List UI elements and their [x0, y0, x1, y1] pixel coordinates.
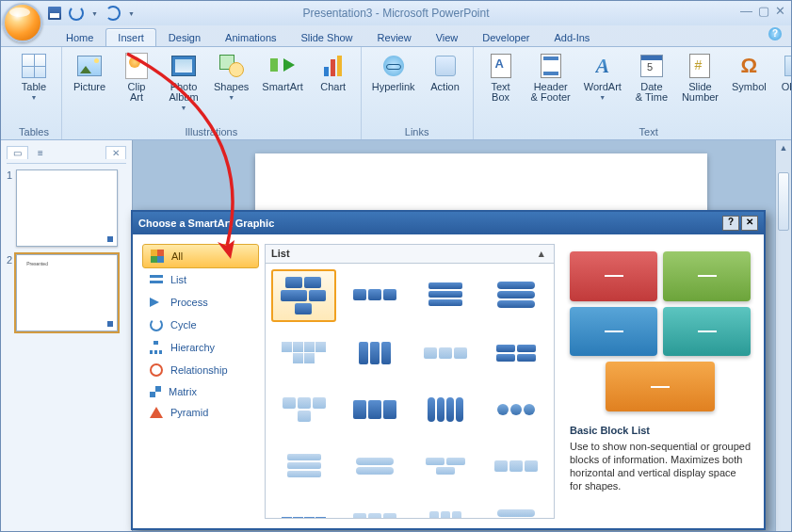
datetime-button[interactable]: Date & Time: [630, 49, 673, 105]
tab-slideshow[interactable]: Slide Show: [289, 28, 365, 46]
slide-number-button[interactable]: Slide Number: [677, 49, 723, 105]
group-tables: Table▼ Tables: [7, 47, 62, 139]
datetime-icon: [640, 55, 663, 77]
hyperlink-button[interactable]: Hyperlink: [367, 49, 420, 95]
photo-album-button[interactable]: Photo Album▼: [162, 49, 205, 114]
minimize-button[interactable]: —: [740, 4, 752, 18]
preview-title: Basic Block List: [570, 425, 751, 436]
layout-gallery: List▴: [265, 244, 555, 519]
restore-button[interactable]: ▢: [758, 4, 769, 18]
layout-item[interactable]: [271, 441, 336, 492]
dialog-titlebar[interactable]: Choose a SmartArt Graphic ? ✕: [133, 212, 764, 234]
category-relationship[interactable]: Relationship: [142, 359, 259, 381]
layout-item[interactable]: [271, 328, 336, 379]
category-process[interactable]: Process: [142, 291, 259, 314]
tab-insert[interactable]: Insert: [105, 28, 156, 46]
layout-basic-block-list[interactable]: [271, 269, 336, 322]
tab-home[interactable]: Home: [54, 28, 105, 46]
action-button[interactable]: Action: [424, 49, 467, 95]
layout-item[interactable]: [412, 441, 477, 492]
shapes-icon: [219, 55, 244, 77]
layout-item[interactable]: [342, 441, 407, 492]
picture-button[interactable]: Picture: [68, 49, 111, 95]
header-footer-icon: [541, 54, 561, 78]
photo-album-icon: [171, 56, 196, 76]
layout-item[interactable]: [483, 441, 548, 492]
smartart-button[interactable]: SmartArt: [257, 49, 307, 95]
layout-item[interactable]: [342, 497, 407, 518]
slide-number-icon: [689, 54, 710, 78]
layout-item[interactable]: [412, 384, 477, 435]
tab-view[interactable]: View: [424, 28, 471, 46]
tab-design[interactable]: Design: [156, 28, 213, 46]
dialog-close-button[interactable]: ✕: [741, 216, 758, 231]
action-icon: [435, 56, 456, 76]
symbol-button[interactable]: ΩSymbol: [727, 49, 771, 95]
category-hierarchy[interactable]: Hierarchy: [142, 336, 259, 359]
layout-item[interactable]: [483, 497, 548, 518]
relationship-icon: [150, 363, 163, 377]
tab-animations[interactable]: Animations: [213, 28, 288, 46]
symbol-icon: Ω: [741, 54, 758, 78]
outline-tab[interactable]: ≡: [31, 146, 50, 159]
layout-item[interactable]: [483, 269, 548, 320]
dialog-help-button[interactable]: ?: [722, 216, 739, 231]
window-title: Presentation3 - Microsoft PowerPoint: [1, 7, 791, 20]
hyperlink-icon: [383, 56, 404, 76]
category-all[interactable]: All: [142, 244, 259, 268]
header-footer-button[interactable]: Header & Footer: [526, 49, 575, 105]
tab-review[interactable]: Review: [365, 28, 424, 46]
pyramid-icon: [150, 407, 163, 418]
tab-addins[interactable]: Add-Ins: [541, 28, 602, 46]
smartart-icon: [270, 56, 295, 76]
office-button[interactable]: [3, 3, 42, 42]
preview-description: Use to show non-sequential or grouped bl…: [566, 440, 754, 492]
textbox-button[interactable]: Text Box: [479, 49, 523, 105]
layout-preview: Basic Block List Use to show non-sequent…: [560, 244, 754, 519]
list-icon: [150, 273, 163, 286]
layout-item[interactable]: [412, 269, 477, 320]
layout-item[interactable]: [271, 497, 336, 518]
slides-panel: ▭ ≡ ✕ 1 2 Presented: [1, 140, 133, 531]
wordart-icon: A: [595, 54, 609, 78]
category-pyramid[interactable]: Pyramid: [142, 402, 259, 423]
group-illustrations: Picture Clip Art Photo Album▼ Shapes▼ Sm…: [62, 47, 362, 139]
category-matrix[interactable]: Matrix: [142, 381, 259, 402]
category-list: All List Process Cycle Hierarchy Relatio…: [142, 244, 259, 519]
group-links: Hyperlink Action Links: [362, 47, 474, 139]
tab-developer[interactable]: Developer: [470, 28, 541, 46]
gallery-scroll-up[interactable]: ▴: [535, 248, 548, 260]
category-cycle[interactable]: Cycle: [142, 314, 259, 336]
layout-item[interactable]: [342, 384, 407, 435]
vertical-scrollbar[interactable]: ▲: [775, 140, 791, 531]
ribbon: Table▼ Tables Picture Clip Art Photo Alb…: [1, 46, 791, 140]
layout-item[interactable]: [412, 497, 477, 518]
layout-item[interactable]: [342, 269, 407, 320]
close-button[interactable]: ✕: [775, 4, 785, 18]
panel-close[interactable]: ✕: [105, 146, 126, 159]
hierarchy-icon: [150, 341, 163, 354]
table-button[interactable]: Table▼: [12, 49, 56, 104]
slide-thumb-1[interactable]: 1: [7, 169, 126, 247]
layout-item[interactable]: [342, 328, 407, 379]
chart-icon: [324, 56, 342, 76]
smartart-dialog: Choose a SmartArt Graphic ? ✕ All List P…: [131, 210, 766, 530]
slides-tab[interactable]: ▭: [7, 146, 28, 159]
matrix-icon: [150, 386, 161, 397]
object-button[interactable]: Object: [775, 49, 792, 95]
layout-item[interactable]: [483, 328, 548, 379]
slide-thumb-2[interactable]: 2 Presented: [7, 254, 126, 331]
chart-button[interactable]: Chart: [312, 49, 355, 95]
object-icon: [784, 56, 792, 76]
category-list[interactable]: List: [142, 268, 259, 291]
layout-item[interactable]: [271, 384, 336, 435]
help-button[interactable]: ?: [768, 27, 782, 40]
cycle-icon: [150, 318, 163, 331]
textbox-icon: [491, 54, 511, 78]
layout-item[interactable]: [412, 328, 477, 379]
preview-graphic: [566, 248, 754, 411]
clipart-button[interactable]: Clip Art: [115, 49, 158, 105]
layout-item[interactable]: [483, 384, 548, 435]
wordart-button[interactable]: AWordArt▼: [579, 49, 626, 104]
shapes-button[interactable]: Shapes▼: [209, 49, 253, 104]
